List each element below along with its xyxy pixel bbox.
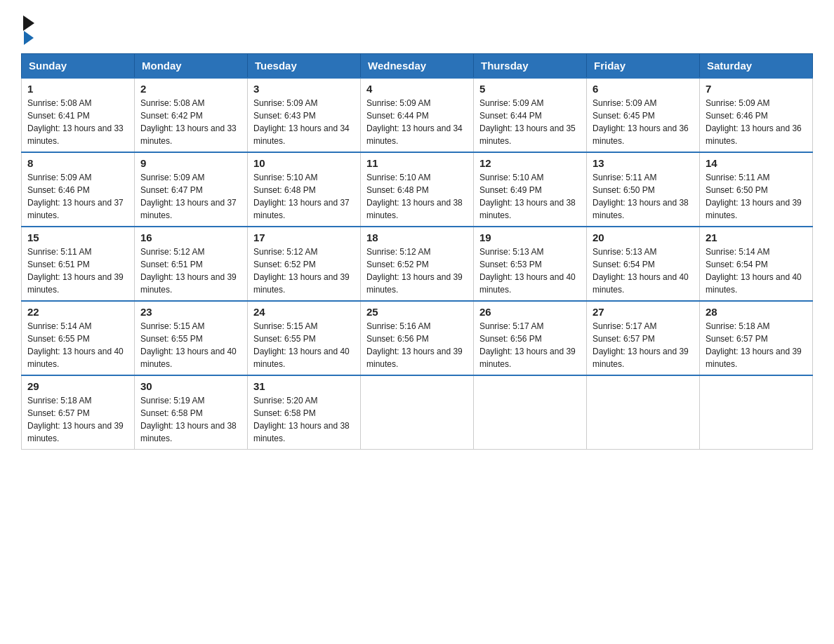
page-header — [21, 14, 813, 46]
calendar-cell: 2 Sunrise: 5:08 AM Sunset: 6:42 PM Dayli… — [135, 78, 248, 152]
day-info: Sunrise: 5:20 AM Sunset: 6:58 PM Dayligh… — [253, 394, 355, 445]
day-info: Sunrise: 5:15 AM Sunset: 6:55 PM Dayligh… — [253, 320, 355, 370]
calendar-cell — [361, 375, 474, 450]
calendar-cell: 11 Sunrise: 5:10 AM Sunset: 6:48 PM Dayl… — [361, 152, 474, 227]
day-number: 23 — [140, 306, 241, 318]
day-info: Sunrise: 5:12 AM Sunset: 6:52 PM Dayligh… — [253, 246, 355, 296]
week-row-1: 1 Sunrise: 5:08 AM Sunset: 6:41 PM Dayli… — [22, 78, 813, 152]
week-row-4: 22 Sunrise: 5:14 AM Sunset: 6:55 PM Dayl… — [22, 301, 813, 375]
day-info: Sunrise: 5:11 AM Sunset: 6:51 PM Dayligh… — [27, 246, 128, 296]
calendar-cell: 1 Sunrise: 5:08 AM Sunset: 6:41 PM Dayli… — [22, 78, 135, 152]
calendar-header-row: SundayMondayTuesdayWednesdayThursdayFrid… — [22, 54, 813, 79]
day-number: 28 — [706, 306, 807, 318]
day-number: 8 — [27, 157, 128, 169]
calendar-cell: 24 Sunrise: 5:15 AM Sunset: 6:55 PM Dayl… — [248, 301, 361, 375]
day-info: Sunrise: 5:18 AM Sunset: 6:57 PM Dayligh… — [27, 394, 128, 445]
day-number: 30 — [140, 380, 241, 392]
day-info: Sunrise: 5:17 AM Sunset: 6:56 PM Dayligh… — [479, 320, 581, 370]
day-number: 20 — [593, 232, 694, 243]
calendar-cell: 21 Sunrise: 5:14 AM Sunset: 6:54 PM Dayl… — [700, 227, 813, 301]
calendar-cell: 26 Sunrise: 5:17 AM Sunset: 6:56 PM Dayl… — [474, 301, 587, 375]
day-info: Sunrise: 5:14 AM Sunset: 6:54 PM Dayligh… — [706, 246, 807, 296]
calendar-cell: 22 Sunrise: 5:14 AM Sunset: 6:55 PM Dayl… — [22, 301, 135, 375]
day-info: Sunrise: 5:12 AM Sunset: 6:52 PM Dayligh… — [366, 246, 468, 296]
logo-arrow-blue-icon — [24, 31, 34, 45]
day-info: Sunrise: 5:08 AM Sunset: 6:42 PM Dayligh… — [140, 97, 241, 147]
day-number: 29 — [27, 380, 128, 392]
week-row-5: 29 Sunrise: 5:18 AM Sunset: 6:57 PM Dayl… — [22, 375, 813, 450]
logo-arrow-black-icon — [23, 15, 34, 31]
calendar-cell: 12 Sunrise: 5:10 AM Sunset: 6:49 PM Dayl… — [474, 152, 587, 227]
calendar-cell: 5 Sunrise: 5:09 AM Sunset: 6:44 PM Dayli… — [474, 78, 587, 152]
day-info: Sunrise: 5:09 AM Sunset: 6:46 PM Dayligh… — [27, 171, 128, 222]
day-info: Sunrise: 5:16 AM Sunset: 6:56 PM Dayligh… — [366, 320, 468, 370]
day-info: Sunrise: 5:10 AM Sunset: 6:49 PM Dayligh… — [479, 171, 581, 222]
day-number: 5 — [479, 83, 581, 95]
calendar-cell: 17 Sunrise: 5:12 AM Sunset: 6:52 PM Dayl… — [248, 227, 361, 301]
calendar-cell: 14 Sunrise: 5:11 AM Sunset: 6:50 PM Dayl… — [700, 152, 813, 227]
day-number: 27 — [593, 306, 694, 318]
calendar-cell: 19 Sunrise: 5:13 AM Sunset: 6:53 PM Dayl… — [474, 227, 587, 301]
calendar-cell: 13 Sunrise: 5:11 AM Sunset: 6:50 PM Dayl… — [587, 152, 700, 227]
day-info: Sunrise: 5:13 AM Sunset: 6:54 PM Dayligh… — [593, 246, 694, 296]
day-number: 11 — [366, 157, 468, 169]
col-header-thursday: Thursday — [474, 54, 587, 79]
calendar-cell — [474, 375, 587, 450]
col-header-monday: Monday — [135, 54, 248, 79]
day-number: 3 — [253, 83, 355, 95]
day-number: 16 — [140, 232, 241, 243]
day-number: 19 — [479, 232, 581, 243]
day-info: Sunrise: 5:13 AM Sunset: 6:53 PM Dayligh… — [479, 246, 581, 296]
day-number: 4 — [366, 83, 468, 95]
day-info: Sunrise: 5:11 AM Sunset: 6:50 PM Dayligh… — [706, 171, 807, 222]
col-header-wednesday: Wednesday — [361, 54, 474, 79]
day-number: 26 — [479, 306, 581, 318]
day-info: Sunrise: 5:12 AM Sunset: 6:51 PM Dayligh… — [140, 246, 241, 296]
day-number: 25 — [366, 306, 468, 318]
day-info: Sunrise: 5:10 AM Sunset: 6:48 PM Dayligh… — [366, 171, 468, 222]
day-info: Sunrise: 5:18 AM Sunset: 6:57 PM Dayligh… — [706, 320, 807, 370]
calendar-cell: 18 Sunrise: 5:12 AM Sunset: 6:52 PM Dayl… — [361, 227, 474, 301]
col-header-friday: Friday — [587, 54, 700, 79]
day-number: 12 — [479, 157, 581, 169]
calendar-cell: 25 Sunrise: 5:16 AM Sunset: 6:56 PM Dayl… — [361, 301, 474, 375]
calendar-cell: 4 Sunrise: 5:09 AM Sunset: 6:44 PM Dayli… — [361, 78, 474, 152]
day-info: Sunrise: 5:10 AM Sunset: 6:48 PM Dayligh… — [253, 171, 355, 222]
day-number: 31 — [253, 380, 355, 392]
day-number: 17 — [253, 232, 355, 243]
col-header-tuesday: Tuesday — [248, 54, 361, 79]
calendar-cell: 20 Sunrise: 5:13 AM Sunset: 6:54 PM Dayl… — [587, 227, 700, 301]
day-number: 18 — [366, 232, 468, 243]
calendar-cell: 10 Sunrise: 5:10 AM Sunset: 6:48 PM Dayl… — [248, 152, 361, 227]
day-info: Sunrise: 5:11 AM Sunset: 6:50 PM Dayligh… — [593, 171, 694, 222]
day-number: 13 — [593, 157, 694, 169]
calendar-cell: 27 Sunrise: 5:17 AM Sunset: 6:57 PM Dayl… — [587, 301, 700, 375]
day-info: Sunrise: 5:14 AM Sunset: 6:55 PM Dayligh… — [27, 320, 128, 370]
calendar-cell: 7 Sunrise: 5:09 AM Sunset: 6:46 PM Dayli… — [700, 78, 813, 152]
day-number: 2 — [140, 83, 241, 95]
calendar-table: SundayMondayTuesdayWednesdayThursdayFrid… — [21, 53, 813, 450]
calendar-cell: 23 Sunrise: 5:15 AM Sunset: 6:55 PM Dayl… — [135, 301, 248, 375]
day-number: 1 — [27, 83, 128, 95]
day-info: Sunrise: 5:19 AM Sunset: 6:58 PM Dayligh… — [140, 394, 241, 445]
week-row-2: 8 Sunrise: 5:09 AM Sunset: 6:46 PM Dayli… — [22, 152, 813, 227]
calendar-cell: 8 Sunrise: 5:09 AM Sunset: 6:46 PM Dayli… — [22, 152, 135, 227]
day-number: 15 — [27, 232, 128, 243]
col-header-saturday: Saturday — [700, 54, 813, 79]
calendar-cell: 15 Sunrise: 5:11 AM Sunset: 6:51 PM Dayl… — [22, 227, 135, 301]
day-info: Sunrise: 5:08 AM Sunset: 6:41 PM Dayligh… — [27, 97, 128, 147]
col-header-sunday: Sunday — [22, 54, 135, 79]
calendar-cell: 3 Sunrise: 5:09 AM Sunset: 6:43 PM Dayli… — [248, 78, 361, 152]
day-number: 14 — [706, 157, 807, 169]
day-info: Sunrise: 5:09 AM Sunset: 6:47 PM Dayligh… — [140, 171, 241, 222]
calendar-cell: 31 Sunrise: 5:20 AM Sunset: 6:58 PM Dayl… — [248, 375, 361, 450]
calendar-cell: 28 Sunrise: 5:18 AM Sunset: 6:57 PM Dayl… — [700, 301, 813, 375]
calendar-cell: 30 Sunrise: 5:19 AM Sunset: 6:58 PM Dayl… — [135, 375, 248, 450]
calendar-cell — [587, 375, 700, 450]
day-number: 24 — [253, 306, 355, 318]
day-number: 9 — [140, 157, 241, 169]
day-number: 22 — [27, 306, 128, 318]
day-number: 6 — [593, 83, 694, 95]
day-number: 7 — [706, 83, 807, 95]
logo-blue-text — [21, 31, 34, 46]
